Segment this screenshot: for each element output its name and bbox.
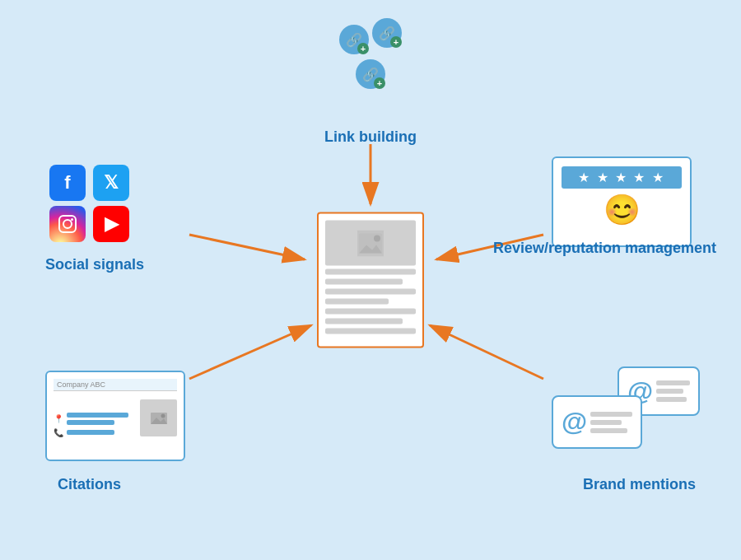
doc-image <box>325 221 416 266</box>
social-icons: f 𝕏 ▶ <box>49 165 132 242</box>
youtube-icon: ▶ <box>93 206 129 242</box>
svg-point-12 <box>161 413 165 418</box>
citations-label: Citations <box>58 475 121 494</box>
svg-line-4 <box>189 325 311 379</box>
brand-mentions-icon: @ @ <box>552 366 700 465</box>
social-signals-label: Social signals <box>45 255 144 274</box>
review-stars: ★ ★ ★ ★ ★ <box>562 166 682 189</box>
svg-point-16 <box>374 235 380 241</box>
diagram-container: 🔗+ 🔗+ 🔗+ Link building f 𝕏 ▶ Social sign… <box>0 0 741 560</box>
svg-rect-6 <box>59 216 76 232</box>
svg-line-5 <box>430 325 543 379</box>
smiley-icon: 😊 <box>562 195 682 225</box>
instagram-icon <box>49 206 86 242</box>
at-symbol-1: @ <box>562 407 587 437</box>
link-building-label: Link building <box>324 128 417 147</box>
citations-icon: Company ABC 📍 📞 <box>45 371 185 461</box>
citation-company-name: Company ABC <box>54 379 177 391</box>
svg-line-2 <box>189 235 305 259</box>
svg-point-8 <box>71 218 73 221</box>
doc-content-lines <box>325 269 416 340</box>
chain-icon-3: 🔗+ <box>356 59 385 89</box>
chain-icon-2: 🔗+ <box>372 18 402 48</box>
twitter-icon: 𝕏 <box>93 165 129 201</box>
review-reputation-label: Review/reputation management <box>493 239 716 258</box>
link-building-icon: 🔗+ 🔗+ 🔗+ <box>325 25 416 89</box>
chain-icon-1: 🔗+ <box>339 25 369 54</box>
svg-point-7 <box>63 220 72 228</box>
facebook-icon: f <box>49 165 86 201</box>
review-reputation-icon: ★ ★ ★ ★ ★ 😊 <box>552 156 692 247</box>
speech-bubble-1: @ <box>552 395 642 449</box>
center-document <box>317 212 424 348</box>
brand-mentions-label: Brand mentions <box>583 475 696 494</box>
